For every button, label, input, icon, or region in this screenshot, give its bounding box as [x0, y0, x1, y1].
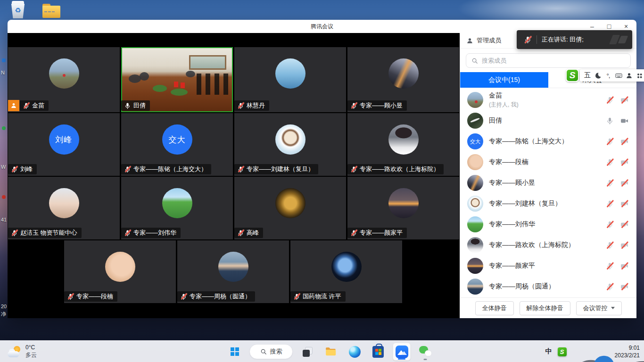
ime-mode-toggle[interactable]: 五 [582, 69, 593, 82]
recycle-bin-icon[interactable]: ♻ [10, 1, 25, 18]
video-tile[interactable]: 高峰 [234, 177, 346, 239]
ime-language-indicator[interactable]: 中 [545, 347, 552, 356]
mic-muted-icon [350, 166, 357, 173]
member-row[interactable]: 专家——路欢欢（上海标院） [460, 235, 636, 255]
avatar [105, 252, 135, 282]
unmute-all-button[interactable]: 解除全体静音 [520, 301, 570, 315]
member-row[interactable]: 田倩 [460, 110, 636, 131]
search-input[interactable] [482, 57, 625, 64]
microsoft-store-button[interactable] [369, 343, 387, 361]
tray-chevron-up-icon[interactable] [507, 348, 514, 355]
avatar [49, 58, 79, 89]
member-row[interactable]: 专家——颜家平 [460, 255, 636, 276]
zipped-folder-icon[interactable] [42, 4, 60, 18]
video-tile[interactable]: 刘峰 刘峰 [8, 113, 120, 176]
participant-name: 专家——颜家平 [360, 229, 403, 237]
weather-widget[interactable]: 0°C 多云 [5, 343, 40, 361]
clock-time: 9:01 [615, 344, 640, 352]
member-subtitle: (主持人, 我) [489, 101, 600, 109]
member-row[interactable]: 金苗 (主持人, 我) [460, 90, 636, 110]
edge-browser-button[interactable] [346, 343, 363, 361]
mic-muted-icon [237, 166, 244, 173]
mic-muted-icon[interactable] [606, 138, 614, 146]
speaking-toast: 正在讲话: 田倩; [517, 30, 632, 49]
video-tile-speaking[interactable]: 田倩 [121, 47, 233, 112]
avatar [218, 252, 248, 282]
toolbox-grid-icon[interactable] [634, 69, 644, 82]
video-tile[interactable]: 专家——刘伟华 [121, 177, 233, 239]
camera-muted-icon[interactable] [620, 283, 628, 291]
member-search[interactable] [466, 53, 631, 68]
video-tile[interactable]: 专家——周杨（圆通） [177, 240, 289, 303]
video-tile[interactable]: 林慧丹 [234, 47, 346, 112]
mic-muted-icon[interactable] [606, 200, 614, 208]
video-tile[interactable]: 专家——刘建林（复旦） [234, 113, 346, 176]
keyboard-icon[interactable] [613, 69, 624, 82]
camera-muted-icon[interactable] [620, 241, 628, 249]
participant-name: 专家——段楠 [76, 292, 113, 301]
video-tile[interactable]: 专家——颜家平 [347, 177, 459, 239]
camera-muted-icon[interactable] [620, 138, 628, 146]
tencent-meeting-window: 腾讯会议 – □ × 金苗 [8, 20, 636, 318]
member-row[interactable]: 专家——段楠 [460, 152, 636, 173]
avatar [467, 258, 483, 274]
video-tile[interactable]: 专家——顾小昱 [347, 47, 459, 112]
avatar [467, 113, 483, 129]
wechat-taskbar-button[interactable] [416, 343, 434, 361]
video-tile[interactable]: 金苗 [8, 47, 120, 112]
mic-muted-icon[interactable] [606, 221, 614, 229]
start-button[interactable] [226, 343, 244, 361]
battery-icon[interactable] [600, 348, 609, 356]
taskbar-clock[interactable]: 9:01 2023/2/21 [615, 344, 640, 359]
video-tile[interactable]: 专家——段楠 [64, 240, 176, 303]
camera-muted-icon[interactable] [620, 96, 628, 104]
video-tile[interactable]: 专家——路欢欢（上海标院） [347, 113, 459, 176]
video-tile[interactable]: 交大 专家——陈铭（上海交大） [121, 113, 233, 176]
sogou-logo-icon[interactable]: S [566, 69, 579, 82]
mic-muted-icon [237, 102, 244, 109]
tile-label: 专家——陈铭（上海交大） [121, 164, 211, 174]
camera-muted-icon[interactable] [620, 221, 628, 229]
camera-muted-icon[interactable] [620, 158, 628, 166]
camera-muted-icon[interactable] [620, 200, 628, 208]
person-icon[interactable] [624, 69, 634, 82]
member-row[interactable]: 专家——刘建林（复旦） [460, 193, 636, 214]
camera-muted-icon[interactable] [620, 262, 628, 270]
onedrive-cloud-icon[interactable] [520, 348, 528, 356]
weather-temp: 0°C [25, 344, 37, 352]
camera-muted-icon[interactable] [620, 179, 628, 187]
mute-all-button[interactable]: 全体静音 [475, 301, 514, 315]
mic-muted-icon[interactable] [606, 241, 614, 249]
sogou-tray-icon[interactable]: S [558, 347, 567, 356]
tile-label: 林慧丹 [234, 100, 269, 111]
task-view-button[interactable] [298, 343, 316, 361]
member-row[interactable]: 专家——顾小昱 [460, 173, 636, 193]
mic-muted-icon[interactable] [606, 179, 614, 187]
member-row[interactable]: 交大 专家——陈铭（上海交大） [460, 131, 636, 152]
mic-on-icon[interactable] [606, 117, 614, 125]
camera-on-icon[interactable] [620, 117, 628, 125]
tab-in-meeting[interactable]: 会议中(15) [460, 72, 548, 88]
mic-muted-icon[interactable] [606, 262, 614, 270]
meeting-controls-button[interactable]: 会议管控 [576, 301, 622, 315]
microphone-in-use-icon[interactable] [533, 348, 540, 355]
moon-icon[interactable] [593, 69, 603, 82]
tencent-meeting-taskbar-button[interactable] [393, 343, 411, 361]
member-row[interactable]: 专家——周杨（圆通） [460, 276, 636, 297]
avatar: 刘峰 [49, 124, 79, 155]
mic-muted-icon[interactable] [606, 158, 614, 166]
member-row[interactable]: 专家——刘伟华 [460, 214, 636, 235]
wifi-icon[interactable] [572, 348, 580, 356]
mic-muted-icon [124, 230, 131, 237]
avatar [467, 196, 483, 212]
ime-punctuation-toggle[interactable]: °, [603, 69, 613, 82]
video-tile[interactable]: 国药物流 许平 [290, 240, 402, 303]
video-tile[interactable]: 赵洁玉 物资节能中心 [8, 177, 120, 239]
mic-muted-icon[interactable] [606, 96, 614, 104]
mic-muted-icon[interactable] [606, 283, 614, 291]
volume-muted-icon[interactable] [586, 348, 594, 356]
tile-label: 国药物流 许平 [290, 291, 346, 302]
tile-label: 专家——周杨（圆通） [177, 291, 255, 302]
taskbar-search[interactable]: 搜索 [249, 344, 293, 359]
file-explorer-button[interactable] [322, 343, 340, 361]
